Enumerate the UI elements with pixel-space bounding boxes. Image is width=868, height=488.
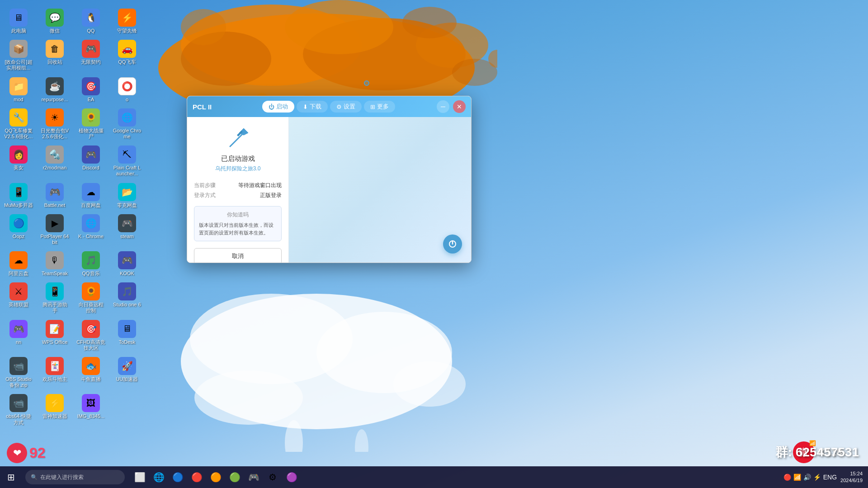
sunshine-icon: ☀	[46, 108, 64, 127]
desktop-icon-leishengacc[interactable]: ⚡ 雷神加速器	[38, 392, 71, 427]
app6-icon: 🎮	[248, 472, 259, 483]
desktop-icon-mod[interactable]: 📁 mod	[2, 75, 35, 104]
desktop-icon-ea[interactable]: 🎯 EA	[75, 75, 107, 104]
pcl-nav-more[interactable]: ⊞ 更多	[364, 101, 395, 113]
tray-icon-2[interactable]: 🔊	[803, 474, 811, 481]
desktop-icon-contract[interactable]: 🎮 无限契约	[75, 38, 107, 73]
desktop-icon-uu[interactable]: 🚀 UU加速器	[111, 355, 143, 390]
desktop-icon-teamspeak[interactable]: 🎙 TeamSpeak	[38, 249, 71, 278]
pcl-window-title: PCL II	[193, 103, 212, 111]
desktop-icon-chrome[interactable]: 🌐 Google Chrome	[111, 107, 143, 141]
kchrome-label: K - Chrome	[78, 234, 104, 239]
taskbar-app-edge[interactable]: 🌐	[150, 468, 168, 486]
studio-label: Studio one 6	[113, 302, 141, 308]
desktop-icon-qqmusic[interactable]: 🎵 QQ音乐	[75, 249, 107, 278]
desktop-icon-lingke[interactable]: 📂 零克网盘	[111, 181, 143, 210]
desktop-icon-discord[interactable]: 🎮 Discord	[75, 144, 107, 178]
pcl-nav: ⏻ 启动 ⬇ 下载 ⚙ 设置 ⊞ 更多	[221, 101, 437, 113]
desktop-icon-kchrome[interactable]: 🌐 K - Chrome	[75, 212, 107, 247]
wechat-label: 微信	[50, 28, 60, 34]
desktop-icon-qq[interactable]: 🐧 QQ	[75, 7, 107, 36]
taskbar-search-box[interactable]: 🔍 在此键入进行搜索	[25, 470, 125, 484]
desktop-icon-todesk[interactable]: 🖥 ToDesk	[111, 318, 143, 353]
desktop-icon-obs[interactable]: 📹 obs64-快捷方式	[2, 392, 35, 427]
mouse-cursor	[364, 80, 369, 86]
svg-point-16	[316, 312, 452, 393]
plants-label: 植物大战僵尸	[76, 128, 105, 140]
desktop-icon-baiduyun[interactable]: ☁ 百度网盘	[75, 181, 107, 210]
more-nav-icon: ⊞	[370, 103, 375, 110]
pcl-nav-settings[interactable]: ⚙ 设置	[330, 101, 362, 113]
studio-icon: 🎵	[118, 282, 136, 300]
close-button[interactable]: ✕	[453, 100, 466, 113]
desktop-icon-aliyun[interactable]: ☁ 阿里云盘	[2, 249, 35, 278]
settings-nav-icon: ⚙	[336, 103, 342, 110]
taskbar-app-8[interactable]: 🟣	[283, 468, 301, 486]
taskbar-app-5[interactable]: 🟢	[226, 468, 244, 486]
desktop-icon-recycle[interactable]: 🗑 回收站	[38, 38, 71, 73]
minimize-button[interactable]: ─	[437, 100, 449, 113]
desktop-icon-steam[interactable]: 🎮 steam	[111, 212, 143, 247]
pcl-nav-download[interactable]: ⬇ 下载	[297, 101, 328, 113]
desktop-icon-lol[interactable]: ⚔ 英雄联盟	[2, 281, 35, 315]
desktop-icon-potplayer[interactable]: ▶ PotPlayer 64 bit	[38, 212, 71, 247]
tray-icon-1[interactable]: 📶	[793, 474, 801, 481]
taskbar-app-6[interactable]: 🎮	[245, 468, 263, 486]
desktop-icon-qqcar-fix[interactable]: 🔧 QQ飞车修复V2.5.6强化...	[2, 107, 35, 141]
desktop-icon-wechat[interactable]: 💬 微信	[38, 7, 71, 36]
desktop-icon-happy-poker[interactable]: 🃏 欢乐斗地主	[38, 355, 71, 390]
desktop-icon-nn[interactable]: 🎮 nn	[2, 318, 35, 353]
power-float-button[interactable]	[443, 235, 462, 253]
aliyun-label: 阿里云盘	[9, 271, 28, 277]
desktop-icon-sunflower[interactable]: 🌻 向日葵远程控制	[75, 281, 107, 315]
desktop-icon-douyu[interactable]: 🐟 斗鱼直播	[75, 355, 107, 390]
tray-icon-3[interactable]: ⚡	[813, 474, 821, 481]
desktop-icon-girl[interactable]: 👩 美女	[2, 144, 35, 178]
desktop-icon-wps[interactable]: 📝 WPS Office	[38, 318, 71, 353]
desktop-icon-sunshine[interactable]: ☀ 日光整合包V2.5.6强化...	[38, 107, 71, 141]
weibo-tray-icon[interactable]: 🔴	[783, 474, 791, 481]
cancel-button[interactable]: 取消	[194, 248, 282, 263]
taskbar-clock[interactable]: 15:24 2024/6/19	[840, 470, 863, 484]
desktop-icon-computer[interactable]: 🖥 此电脑	[2, 7, 35, 36]
desktop-icon-img[interactable]: 🖼 IMG_8345...	[75, 392, 107, 427]
desktop-icon-r2modman[interactable]: 🔩 r2modman	[38, 144, 71, 178]
wps-icon: 📝	[46, 320, 64, 338]
taskbar-app-4[interactable]: 🟠	[207, 468, 225, 486]
desktop-icon-o[interactable]: ⭕ o	[111, 75, 143, 104]
desktop-icon-qqcar[interactable]: 🚗 QQ飞车	[111, 38, 143, 73]
svg-point-12	[488, 50, 497, 68]
taskbar-app-3[interactable]: 🔴	[188, 468, 206, 486]
steam-label: steam	[120, 234, 134, 239]
taskbar-app-chrome[interactable]: 🔵	[169, 468, 187, 486]
girl-label: 美女	[14, 165, 24, 171]
taskbar-app-7[interactable]: ⚙	[264, 468, 282, 486]
desktop-icon-studio[interactable]: 🎵 Studio one 6	[111, 281, 143, 315]
desktop-icon-overwatch[interactable]: ⚡ 守望先锋	[111, 7, 143, 36]
desktop-icon-repurpose[interactable]: ☕ repurpose...	[38, 75, 71, 104]
pcl-nav-launch[interactable]: ⏻ 启动	[262, 101, 294, 113]
desktop-icon-obs-backup[interactable]: 📹 OBS Studio 备份.zip	[2, 355, 35, 390]
desktop-icon-cfhd[interactable]: 🎯 CFHD高清竞技大区	[75, 318, 107, 353]
discord-icon: 🎮	[82, 145, 100, 164]
desktop-icon-tencent-gamehelper[interactable]: 📱 腾讯手游助手	[38, 281, 71, 315]
desktop-icon-pcl[interactable]: ⛏ Plain Craft Launcher...	[111, 144, 143, 178]
svg-line-21	[230, 133, 244, 146]
language-icon[interactable]: ENG	[823, 474, 837, 481]
start-button[interactable]: ⊞	[0, 466, 22, 488]
computer-icon: 🖥	[9, 9, 28, 27]
info-box-title: 你知道吗	[199, 211, 277, 219]
svg-point-5	[416, 23, 488, 68]
desktop-icon-kook[interactable]: 🎮 KOOK	[111, 249, 143, 278]
task-view-icon: ⬜	[134, 472, 146, 483]
windows-logo-icon: ⊞	[7, 472, 15, 483]
login-label: 登录方式	[194, 192, 216, 199]
desktop-icon-plants[interactable]: 🌻 植物大战僵尸	[75, 107, 107, 141]
taskbar-app-task-view[interactable]: ⬜	[131, 468, 149, 486]
pcl-titlebar: PCL II ⏻ 启动 ⬇ 下载 ⚙ 设置 ⊞ 更多	[187, 96, 471, 117]
desktop-icon-mumu[interactable]: 📱 MuMu多开器	[2, 181, 35, 210]
desktop-icon-zip[interactable]: 📦 [效命公司]超实用模组...	[2, 38, 35, 73]
desktop-icon-battlenet[interactable]: 🎮 Battle.net	[38, 181, 71, 210]
desktop-icon-oopz[interactable]: 🔵 Oopz	[2, 212, 35, 247]
pcl-window: PCL II ⏻ 启动 ⬇ 下载 ⚙ 设置 ⊞ 更多	[187, 96, 472, 263]
